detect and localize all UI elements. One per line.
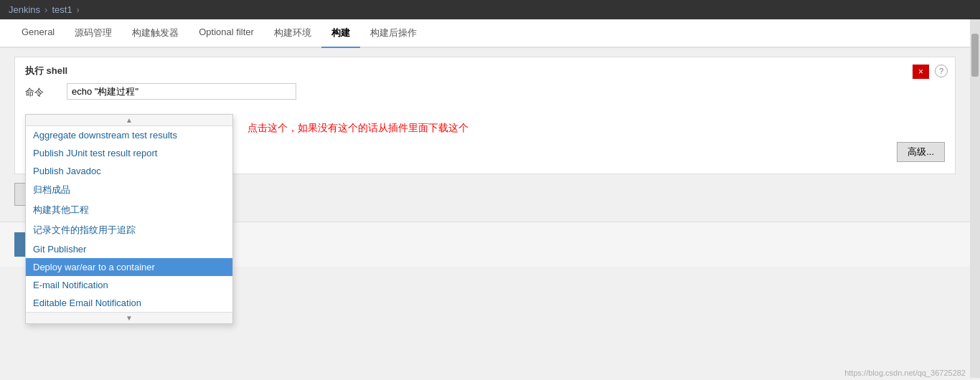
advanced-button[interactable]: 高级... (897, 142, 945, 162)
breadcrumb-sep2: › (77, 4, 80, 15)
command-input[interactable] (67, 83, 296, 100)
breadcrumb-test1[interactable]: test1 (52, 4, 72, 15)
shell-title-text: 执行 shell (25, 65, 67, 77)
content-area: 执行 shell × ? 命令 ▲ Aggregate downstream t… (0, 48, 970, 222)
tabs-bar: General 源码管理 构建触发器 Optional filter 构建环境 … (0, 19, 970, 48)
dropdown-item-publish-junit[interactable]: Publish JUnit test result report (26, 144, 232, 162)
dropdown-item-email-notification[interactable]: E-mail Notification (26, 276, 232, 294)
shell-title-row: 执行 shell (25, 65, 945, 77)
dropdown-item-build-other[interactable]: 构建其他工程 (26, 200, 232, 220)
help-icon[interactable]: ? (935, 65, 948, 77)
dropdown-item-publish-javadoc[interactable]: Publish Javadoc (26, 162, 232, 180)
dropdown-item-archive[interactable]: 归档成品 (26, 180, 232, 200)
dropdown-item-record-fingerprint[interactable]: 记录文件的指纹用于追踪 (26, 220, 232, 240)
shell-section: 执行 shell × ? 命令 ▲ Aggregate downstream t… (14, 57, 956, 174)
right-scrollbar[interactable] (970, 19, 980, 378)
delete-shell-button[interactable]: × (913, 65, 929, 79)
command-row: 命令 (25, 83, 945, 100)
main-content: General 源码管理 构建触发器 Optional filter 构建环境 … (0, 19, 970, 378)
annotation-text: 点击这个，如果没有这个的话从插件里面下载这个 (248, 119, 468, 138)
tab-post-build[interactable]: 构建后操作 (360, 19, 427, 48)
command-label: 命令 (25, 83, 61, 99)
breadcrumb-bar: Jenkins › test1 › (0, 0, 980, 19)
breadcrumb-sep1: › (44, 4, 47, 15)
scroll-up-indicator[interactable]: ▲ (26, 115, 232, 126)
dropdown-item-editable-email[interactable]: Editable Email Notification (26, 294, 232, 312)
dropdown-menu: ▲ Aggregate downstream test results Publ… (25, 114, 233, 324)
watermark: https://blog.csdn.net/qq_36725282 (844, 369, 966, 377)
dropdown-item-deploy-war[interactable]: Deploy war/ear to a container (26, 258, 232, 276)
dropdown-item-git-publisher[interactable]: Git Publisher (26, 240, 232, 258)
tab-optional-filter[interactable]: Optional filter (189, 19, 264, 48)
breadcrumb-jenkins[interactable]: Jenkins (9, 4, 40, 15)
scroll-down-indicator[interactable]: ▼ (26, 312, 232, 323)
tab-source[interactable]: 源码管理 (65, 19, 122, 48)
tab-general[interactable]: General (11, 19, 65, 48)
scrollbar-thumb (971, 34, 979, 77)
tab-trigger[interactable]: 构建触发器 (122, 19, 189, 48)
dropdown-scroll-area: Aggregate downstream test results Publis… (26, 126, 232, 312)
tab-build[interactable]: 构建 (321, 19, 360, 48)
tab-build-env[interactable]: 构建环境 (264, 19, 321, 48)
dropdown-item-aggregate[interactable]: Aggregate downstream test results (26, 126, 232, 144)
